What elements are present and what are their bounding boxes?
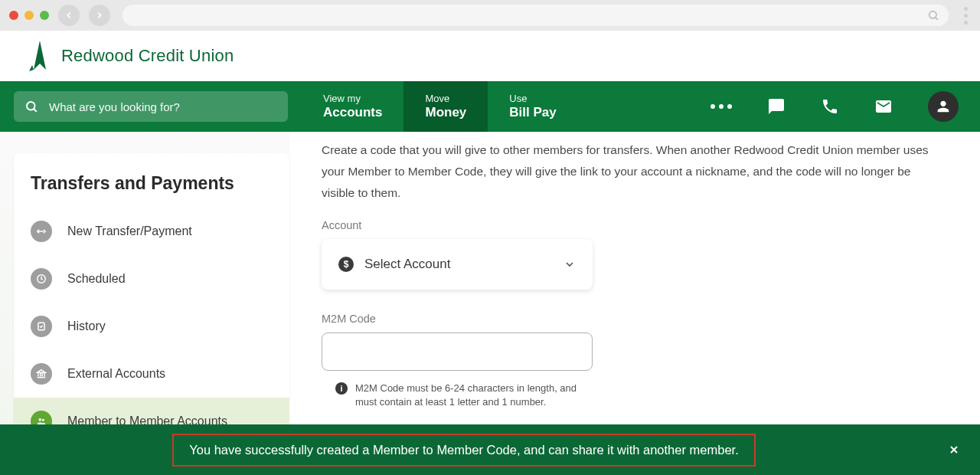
m2m-hint-row: i M2M Code must be 6-24 characters in le…	[322, 382, 593, 409]
browser-menu-button[interactable]	[964, 7, 968, 25]
logo-text: Redwood Credit Union	[61, 46, 234, 66]
svg-marker-8	[38, 370, 46, 373]
minimize-window-button[interactable]	[24, 11, 34, 20]
mail-icon[interactable]	[874, 97, 893, 116]
svg-point-15	[42, 419, 44, 421]
select-placeholder: Select Account	[364, 257, 553, 272]
nav-move-money[interactable]: Move Money	[403, 81, 488, 132]
nav-bill-pay[interactable]: Use Bill Pay	[488, 81, 577, 132]
sidebar-item-label: History	[67, 319, 106, 333]
sidebar-column: Transfers and Payments New Transfer/Paym…	[0, 132, 289, 424]
window-controls	[9, 11, 49, 20]
nav-search-wrap	[0, 81, 302, 132]
nav-item-main: Accounts	[323, 105, 382, 120]
nav-item-sub: View my	[323, 93, 382, 105]
nav-search-box[interactable]	[14, 91, 288, 122]
forward-button[interactable]	[89, 5, 110, 26]
search-icon	[24, 100, 38, 113]
nav-item-sub: Use	[509, 93, 556, 105]
more-menu-button[interactable]	[710, 104, 732, 109]
sidebar-item-new-transfer[interactable]: New Transfer/Payment	[14, 208, 289, 255]
maximize-window-button[interactable]	[40, 11, 49, 20]
nav-accounts[interactable]: View my Accounts	[302, 81, 403, 132]
phone-icon[interactable]	[821, 97, 839, 116]
avatar-icon	[928, 91, 959, 122]
dollar-icon: $	[338, 257, 354, 272]
sidebar-card: Transfers and Payments New Transfer/Paym…	[14, 153, 289, 445]
success-toast: You have successfully created a Member t…	[0, 424, 980, 475]
nav-item-main: Money	[425, 105, 466, 120]
svg-marker-2	[34, 41, 46, 70]
content-column: Create a code that you will give to othe…	[289, 132, 980, 424]
sidebar-item-label: New Transfer/Payment	[67, 224, 192, 238]
bank-icon	[31, 363, 52, 385]
m2m-hint-text: M2M Code must be 6-24 characters in leng…	[355, 382, 593, 409]
svg-marker-3	[29, 65, 34, 71]
history-icon	[31, 316, 52, 337]
toast-close-button[interactable]	[928, 444, 980, 456]
description-text: Create a code that you will give to othe…	[322, 139, 940, 204]
sidebar-item-label: External Accounts	[67, 367, 165, 381]
search-icon	[927, 9, 939, 21]
logo-bar: Redwood Credit Union	[0, 31, 980, 81]
logo-mark	[29, 41, 51, 71]
toast-message-box: You have successfully created a Member t…	[172, 434, 756, 467]
toast-content: You have successfully created a Member t…	[0, 434, 928, 467]
messages-icon[interactable]	[767, 97, 786, 116]
sidebar-item-label: Scheduled	[67, 272, 126, 286]
back-button[interactable]	[58, 5, 80, 26]
chevron-down-icon	[564, 258, 576, 270]
sidebar-item-history[interactable]: History	[14, 303, 289, 350]
account-select[interactable]: $ Select Account	[322, 239, 593, 290]
toast-message: You have successfully created a Member t…	[189, 443, 739, 457]
transfer-icon	[31, 221, 52, 242]
search-input[interactable]	[49, 100, 277, 113]
main-body: Transfers and Payments New Transfer/Paym…	[0, 132, 980, 424]
account-label: Account	[322, 219, 940, 231]
primary-nav: View my Accounts Move Money Use Bill Pay	[0, 81, 980, 132]
svg-point-14	[39, 418, 42, 421]
nav-item-sub: Move	[425, 93, 466, 105]
svg-line-1	[936, 18, 938, 20]
url-bar[interactable]	[122, 5, 949, 26]
nav-item-main: Bill Pay	[509, 105, 556, 120]
brand-logo[interactable]: Redwood Credit Union	[29, 41, 234, 71]
svg-point-4	[27, 102, 35, 110]
profile-button[interactable]	[928, 91, 959, 122]
close-window-button[interactable]	[9, 11, 18, 20]
svg-line-5	[34, 109, 37, 112]
nav-utility-icons	[710, 81, 980, 132]
m2m-code-input[interactable]	[322, 332, 593, 371]
sidebar-item-scheduled[interactable]: Scheduled	[14, 255, 289, 303]
sidebar-item-external-accounts[interactable]: External Accounts	[14, 350, 289, 398]
clock-icon	[31, 268, 52, 290]
info-icon: i	[335, 382, 348, 395]
svg-point-0	[929, 11, 936, 18]
m2m-code-label: M2M Code	[322, 313, 940, 325]
sidebar-title: Transfers and Payments	[14, 173, 289, 208]
browser-chrome	[0, 0, 980, 31]
